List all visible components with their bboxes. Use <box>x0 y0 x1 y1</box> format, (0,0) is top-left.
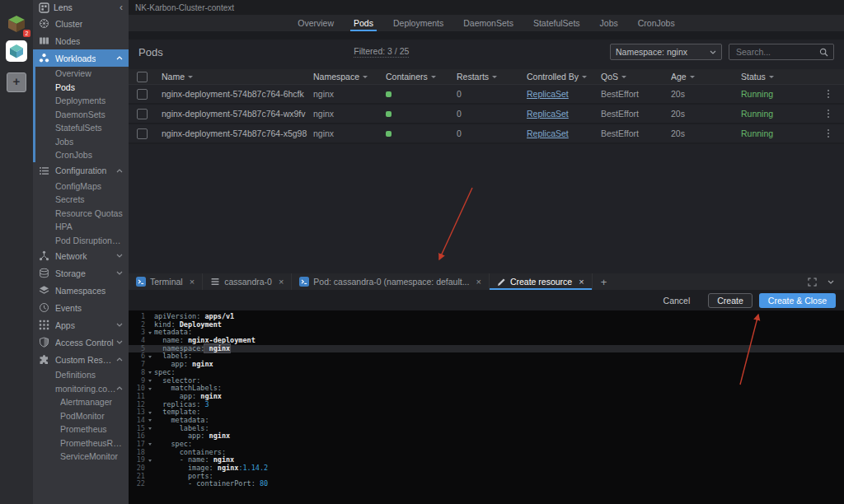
fold-arrow-icon[interactable] <box>148 412 152 414</box>
sidebar-item-pods[interactable]: Pods <box>33 81 129 95</box>
close-tab-icon[interactable]: × <box>190 277 195 287</box>
column-header-age[interactable]: Age <box>671 72 741 82</box>
custom-resources-icon <box>39 354 49 365</box>
sidebar-item-cluster[interactable]: Cluster <box>33 15 129 32</box>
column-header-restarts[interactable]: Restarts <box>457 72 527 82</box>
sidebar-item-overview[interactable]: Overview <box>33 67 129 81</box>
create-close-button[interactable]: Create & Close <box>759 293 836 308</box>
events-icon <box>39 302 49 313</box>
row-menu-button[interactable] <box>828 109 844 119</box>
tab-statefulsets[interactable]: StatefulSets <box>530 15 584 31</box>
fold-arrow-icon[interactable] <box>148 356 152 358</box>
close-tab-icon[interactable]: × <box>476 277 481 287</box>
sidebar-item-namespaces[interactable]: Namespaces <box>33 282 129 299</box>
sidebar-item-servicemonitor[interactable]: ServiceMonitor <box>33 450 129 464</box>
tab-deployments[interactable]: Deployments <box>390 15 447 31</box>
fold-arrow-icon[interactable] <box>148 427 152 430</box>
tab-jobs[interactable]: Jobs <box>597 15 621 31</box>
row-menu-button[interactable] <box>828 128 844 138</box>
fold-arrow-icon[interactable] <box>148 371 152 374</box>
row-checkbox[interactable] <box>137 89 148 100</box>
tab-daemonsets[interactable]: DaemonSets <box>460 15 517 31</box>
sidebar-item-nodes[interactable]: Nodes <box>33 32 129 49</box>
sidebar-item-pod-disruption-budgets[interactable]: Pod Disruption Budgets <box>33 234 129 248</box>
row-checkbox[interactable] <box>137 128 148 139</box>
sidebar-item-configuration[interactable]: Configuration <box>33 162 129 180</box>
editor-line: 13 template: <box>129 408 844 417</box>
add-cluster-button[interactable]: + <box>7 72 26 92</box>
container-status-dot <box>386 111 392 117</box>
column-header-name[interactable]: Name <box>162 72 313 82</box>
expand-icon[interactable] <box>808 278 817 287</box>
search-input[interactable] <box>734 46 819 58</box>
chevron-down-icon <box>116 271 123 275</box>
namespaces-icon <box>39 285 49 296</box>
replicaset-link[interactable]: ReplicaSet <box>527 128 569 138</box>
sidebar-item-deployments[interactable]: Deployments <box>33 94 129 108</box>
replicaset-link[interactable]: ReplicaSet <box>527 89 569 99</box>
sidebar-item-daemonsets[interactable]: DaemonSets <box>33 108 129 122</box>
close-tab-icon[interactable]: × <box>279 277 284 287</box>
tab-cronjobs[interactable]: CronJobs <box>635 15 678 31</box>
chevron-down[interactable] <box>828 280 834 284</box>
dock-tab-terminal[interactable]: Terminal× <box>129 273 203 290</box>
yaml-editor[interactable]: 1apiVersion: apps/v12kind: Deployment3me… <box>129 310 844 504</box>
row-menu-button[interactable] <box>828 89 844 99</box>
sidebar-item-storage[interactable]: Storage <box>33 264 129 282</box>
search-box[interactable] <box>729 44 834 60</box>
cluster-context-label: NK-Karbon-Cluster-context <box>135 3 234 12</box>
fold-arrow-icon[interactable] <box>148 419 152 422</box>
sidebar-item-secrets[interactable]: Secrets <box>33 193 129 207</box>
row-checkbox[interactable] <box>137 109 148 119</box>
cluster-rail-item-active[interactable] <box>6 40 27 62</box>
sidebar-item-definitions[interactable]: Definitions <box>33 368 129 382</box>
new-dock-tab-button[interactable]: + <box>593 273 616 290</box>
cluster-rail-item-karbon[interactable]: 2 <box>6 13 27 35</box>
sidebar-item-jobs[interactable]: Jobs <box>33 135 129 149</box>
sidebar-item-apps[interactable]: Apps <box>33 316 129 334</box>
tab-overview[interactable]: Overview <box>294 15 337 31</box>
create-button[interactable]: Create <box>708 293 753 308</box>
sidebar-item-hpa[interactable]: HPA <box>33 220 129 234</box>
sidebar-item-access-control[interactable]: Access Control <box>33 334 129 351</box>
table-row[interactable]: nginx-deployment-574b87c764-6hcfknginx0R… <box>129 85 844 105</box>
column-header-controlled-by[interactable]: Controlled By <box>527 72 601 82</box>
close-tab-icon[interactable]: × <box>579 277 584 287</box>
sidebar-item-custom-resources[interactable]: Custom Resources <box>33 351 129 368</box>
dock-tab-pod-cassandra-0-namespace-default[interactable]: Pod: cassandra-0 (namespace: default...× <box>292 273 490 290</box>
dock-tab-create-resource[interactable]: Create resource× <box>490 273 593 290</box>
sidebar-item-label: Events <box>55 303 82 313</box>
sidebar-item-resource-quotas[interactable]: Resource Quotas <box>33 207 129 221</box>
sidebar-item-podmonitor[interactable]: PodMonitor <box>33 409 129 423</box>
sidebar-item-network[interactable]: Network <box>33 247 129 264</box>
collapse-sidebar-icon[interactable]: ‹ <box>120 3 123 12</box>
dock-actions: Cancel Create Create & Close <box>129 290 844 310</box>
column-header-qos[interactable]: QoS <box>601 72 671 82</box>
sidebar-item-prometheus[interactable]: Prometheus <box>33 422 129 436</box>
replicaset-link[interactable]: ReplicaSet <box>527 109 569 119</box>
sidebar-item-statefulsets[interactable]: StatefulSets <box>33 121 129 135</box>
fold-arrow-icon[interactable] <box>148 380 152 382</box>
table-row[interactable]: nginx-deployment-574b87c764-wx9fvnginx0R… <box>129 105 844 124</box>
select-all-checkbox[interactable] <box>137 72 148 82</box>
sidebar-item-workloads[interactable]: Workloads <box>33 49 129 67</box>
fold-arrow-icon[interactable] <box>148 388 152 390</box>
namespace-filter-select[interactable]: Namespace: nginx <box>610 44 722 60</box>
tab-pods[interactable]: Pods <box>350 15 377 31</box>
column-header-namespace[interactable]: Namespace <box>313 72 386 82</box>
fold-arrow-icon[interactable] <box>148 460 152 462</box>
sidebar-item-monitoring-coreos[interactable]: monitoring.coreos... <box>33 382 129 396</box>
column-header-status[interactable]: Status <box>741 72 811 82</box>
sidebar-item-prometheusrule[interactable]: PrometheusRule <box>33 436 129 450</box>
dock-tab-cassandra-0[interactable]: cassandra-0× <box>203 273 292 290</box>
table-row[interactable]: nginx-deployment-574b87c764-x5g98nginx0R… <box>129 124 844 144</box>
sidebar-item-alertmanager[interactable]: Alertmanager <box>33 395 129 409</box>
column-header-containers[interactable]: Containers <box>386 72 457 82</box>
sidebar-item-events[interactable]: Events <box>33 299 129 316</box>
sidebar-item-configmaps[interactable]: ConfigMaps <box>33 180 129 194</box>
sidebar-item-cronjobs[interactable]: CronJobs <box>33 148 129 162</box>
fold-arrow-icon[interactable] <box>148 332 152 334</box>
cancel-button[interactable]: Cancel <box>659 295 696 306</box>
sidebar-item-label: Workloads <box>55 54 96 63</box>
fold-arrow-icon[interactable] <box>148 443 152 446</box>
